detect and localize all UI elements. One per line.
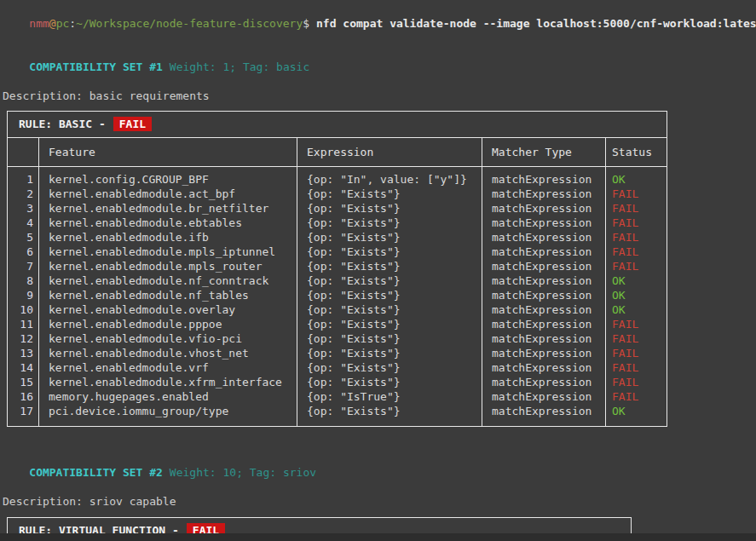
prompt-at-sign: @ bbox=[49, 17, 56, 30]
cell-num: 9 bbox=[8, 288, 39, 302]
rule-label: RULE: BASIC - bbox=[19, 118, 106, 130]
cell-expression: {op: "In", value: ["y"]} bbox=[297, 167, 482, 187]
terminal-window[interactable]: nmm@pc:~/Workspace/node-feature-discover… bbox=[0, 0, 756, 541]
cell-matcher: matchExpression bbox=[482, 273, 606, 288]
cell-feature: kernel.enabledmodule.ifb bbox=[39, 230, 297, 245]
prompt-colon: : bbox=[69, 17, 76, 30]
cell-matcher: matchExpression bbox=[482, 404, 606, 427]
cell-num: 14 bbox=[8, 360, 39, 375]
cell-num: 6 bbox=[8, 245, 39, 259]
cell-feature: pci.device.iommu_group/type bbox=[39, 404, 297, 427]
cell-matcher: matchExpression bbox=[482, 245, 606, 259]
cell-num: 3 bbox=[8, 201, 39, 216]
cell-feature: kernel.enabledmodule.br_netfilter bbox=[39, 201, 297, 216]
cell-expression: {op: "Exists"} bbox=[297, 331, 482, 346]
table-row: 13kernel.enabledmodule.vhost_net{op: "Ex… bbox=[8, 346, 667, 360]
cell-feature: kernel.enabledmodule.nf_tables bbox=[39, 288, 297, 302]
cell-status: FAIL bbox=[606, 360, 667, 375]
cell-num: 4 bbox=[8, 216, 39, 230]
cell-status: FAIL bbox=[606, 375, 667, 389]
cell-status: FAIL bbox=[606, 317, 667, 331]
cell-feature: kernel.enabledmodule.act_bpf bbox=[39, 187, 297, 201]
header-num bbox=[8, 138, 39, 167]
cell-expression: {op: "Exists"} bbox=[297, 302, 482, 317]
header-expression: Expression bbox=[297, 138, 482, 167]
cell-matcher: matchExpression bbox=[482, 167, 606, 187]
table-row: 3kernel.enabledmodule.br_netfilter{op: "… bbox=[8, 201, 667, 216]
cell-feature: kernel.enabledmodule.vfio-pci bbox=[39, 331, 297, 346]
cell-matcher: matchExpression bbox=[482, 331, 606, 346]
table-row: 10kernel.enabledmodule.overlay{op: "Exis… bbox=[8, 302, 667, 317]
cell-status: OK bbox=[606, 273, 667, 288]
cell-matcher: matchExpression bbox=[482, 317, 606, 331]
table-row: 8kernel.enabledmodule.nf_conntrack{op: "… bbox=[8, 273, 667, 288]
terminal-bottom-edge bbox=[0, 533, 756, 541]
cell-expression: {op: "Exists"} bbox=[297, 245, 482, 259]
cell-matcher: matchExpression bbox=[482, 389, 606, 404]
set1-meta: Weight: 1; Tag: basic bbox=[163, 60, 309, 73]
cell-feature: kernel.enabledmodule.vrf bbox=[39, 360, 297, 375]
rule-table-basic: RULE: BASIC -FAIL Feature Expression Mat… bbox=[7, 111, 667, 427]
cell-status: FAIL bbox=[606, 216, 667, 230]
cell-status: FAIL bbox=[606, 259, 667, 273]
table-row: 4kernel.enabledmodule.ebtables{op: "Exis… bbox=[8, 216, 667, 230]
prompt-dollar: $ bbox=[303, 17, 309, 30]
prompt-line: nmm@pc:~/Workspace/node-feature-discover… bbox=[3, 2, 756, 45]
cell-status: OK bbox=[606, 404, 667, 427]
cell-expression: {op: "Exists"} bbox=[297, 273, 482, 288]
cell-status: FAIL bbox=[606, 230, 667, 245]
table-row: 1kernel.config.CGROUP_BPF{op: "In", valu… bbox=[8, 167, 667, 187]
set2-title: COMPATIBILITY SET #2 bbox=[29, 466, 163, 479]
cell-feature: kernel.enabledmodule.mpls_router bbox=[39, 259, 297, 273]
prompt-user: nmm bbox=[29, 17, 49, 30]
table-row: 5kernel.enabledmodule.ifb{op: "Exists"}m… bbox=[8, 230, 667, 245]
cell-expression: {op: "Exists"} bbox=[297, 317, 482, 331]
cell-expression: {op: "Exists"} bbox=[297, 216, 482, 230]
cell-num: 16 bbox=[8, 389, 39, 404]
cell-num: 15 bbox=[8, 375, 39, 389]
cell-num: 5 bbox=[8, 230, 39, 245]
set2-description: Description: sriov capable bbox=[3, 494, 756, 509]
table-row: 9kernel.enabledmodule.nf_tables{op: "Exi… bbox=[8, 288, 667, 302]
cell-feature: kernel.enabledmodule.nf_conntrack bbox=[39, 273, 297, 288]
cell-num: 12 bbox=[8, 331, 39, 346]
cell-matcher: matchExpression bbox=[482, 230, 606, 245]
cell-status: OK bbox=[606, 288, 667, 302]
cell-feature: kernel.config.CGROUP_BPF bbox=[39, 167, 297, 187]
cell-status: FAIL bbox=[606, 201, 667, 216]
table-row: 17pci.device.iommu_group/type{op: "Exist… bbox=[8, 404, 667, 427]
rule-title-row: RULE: BASIC -FAIL bbox=[8, 112, 667, 138]
cell-feature: kernel.enabledmodule.overlay bbox=[39, 302, 297, 317]
cell-num: 17 bbox=[8, 404, 39, 427]
set2-heading: COMPATIBILITY SET #2Weight: 10; Tag: sri… bbox=[3, 451, 756, 494]
cell-status: OK bbox=[606, 167, 667, 187]
cell-num: 11 bbox=[8, 317, 39, 331]
cell-expression: {op: "Exists"} bbox=[297, 201, 482, 216]
command-text: nfd compat validate-node --image localho… bbox=[316, 17, 756, 30]
table-row: 14kernel.enabledmodule.vrf{op: "Exists"}… bbox=[8, 360, 667, 375]
cell-expression: {op: "Exists"} bbox=[297, 346, 482, 360]
cell-status: FAIL bbox=[606, 245, 667, 259]
cell-expression: {op: "Exists"} bbox=[297, 230, 482, 245]
table-row: 7kernel.enabledmodule.mpls_router{op: "E… bbox=[8, 259, 667, 273]
prompt-path: ~/Workspace/node-feature-discovery bbox=[76, 17, 303, 30]
rule-title-cell: RULE: BASIC -FAIL bbox=[8, 112, 667, 138]
cell-matcher: matchExpression bbox=[482, 302, 606, 317]
table-row: 11kernel.enabledmodule.pppoe{op: "Exists… bbox=[8, 317, 667, 331]
cell-feature: kernel.enabledmodule.xfrm_interface bbox=[39, 375, 297, 389]
table-row: 15kernel.enabledmodule.xfrm_interface{op… bbox=[8, 375, 667, 389]
cell-matcher: matchExpression bbox=[482, 346, 606, 360]
cell-status: FAIL bbox=[606, 331, 667, 346]
cell-expression: {op: "IsTrue"} bbox=[297, 389, 482, 404]
cell-feature: kernel.enabledmodule.vhost_net bbox=[39, 346, 297, 360]
cell-expression: {op: "Exists"} bbox=[297, 259, 482, 273]
cell-feature: kernel.enabledmodule.pppoe bbox=[39, 317, 297, 331]
cell-status: FAIL bbox=[606, 187, 667, 201]
cell-num: 7 bbox=[8, 259, 39, 273]
cell-matcher: matchExpression bbox=[482, 360, 606, 375]
cell-matcher: matchExpression bbox=[482, 187, 606, 201]
table-row: 12kernel.enabledmodule.vfio-pci{op: "Exi… bbox=[8, 331, 667, 346]
rule-status-badge: FAIL bbox=[113, 117, 152, 131]
cell-num: 2 bbox=[8, 187, 39, 201]
cell-status: FAIL bbox=[606, 389, 667, 404]
